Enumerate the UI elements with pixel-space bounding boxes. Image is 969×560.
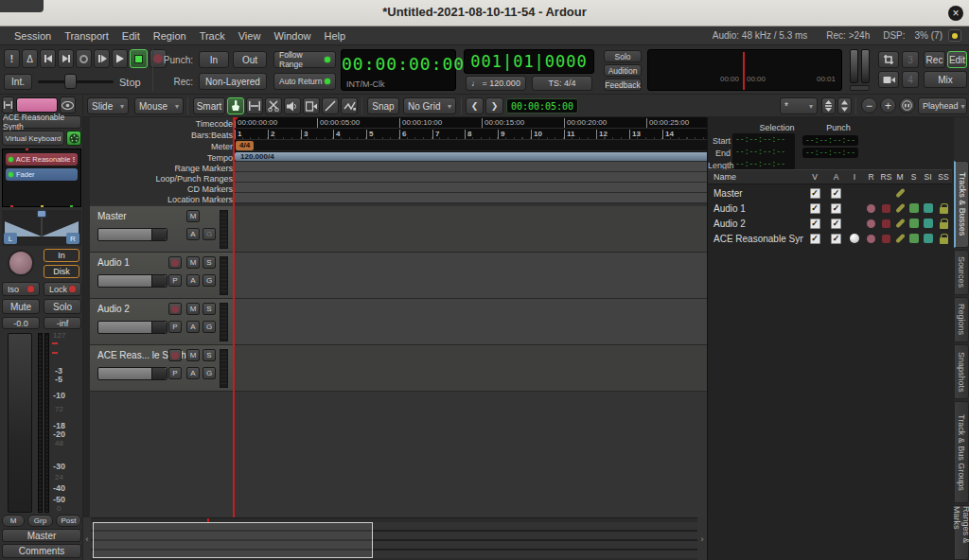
solo-icon[interactable]	[909, 219, 919, 228]
shuttle-slider[interactable]	[38, 80, 114, 83]
track-lane-audio2[interactable]	[234, 299, 707, 345]
zoom-in-button[interactable]: +	[880, 97, 896, 114]
mute-icon[interactable]	[895, 219, 906, 229]
active-checkbox[interactable]: ✓	[831, 234, 841, 244]
table-row[interactable]: ACE Reasonable Synth ✓ ✓	[708, 231, 952, 246]
secondary-clock[interactable]: 001|01|0000	[464, 49, 594, 74]
midi-input-icon[interactable]	[850, 234, 859, 243]
solo-button[interactable]: S	[203, 303, 216, 315]
smart-mode-button[interactable]: Smart	[193, 97, 225, 114]
meter-marker[interactable]: 4/4	[236, 141, 254, 150]
rec-safe-icon[interactable]	[882, 235, 890, 243]
automation-button[interactable]: A	[186, 274, 200, 287]
ruler-label-cd-markers[interactable]: CD Markers	[187, 184, 233, 194]
menu-edit[interactable]: Edit	[115, 30, 147, 42]
playlist-button[interactable]: P	[168, 367, 182, 379]
bars-ruler[interactable]: 1 2 3 4 5 6 7 8 9 10 11 12 13 14	[234, 129, 707, 140]
mute-button[interactable]: M	[186, 303, 200, 315]
stop-button[interactable]	[130, 49, 148, 68]
record-arm-button[interactable]	[168, 256, 182, 269]
visible-checkbox[interactable]: ✓	[810, 219, 820, 229]
solo-iso-button[interactable]: Iso	[2, 282, 40, 296]
nudge-right-button[interactable]: ❯	[485, 97, 503, 114]
solo-icon[interactable]	[909, 203, 919, 213]
solo-isolate-icon[interactable]	[924, 219, 933, 228]
pan-handle[interactable]	[37, 210, 46, 218]
menu-view[interactable]: View	[232, 30, 268, 42]
ruler-label-tempo[interactable]: Tempo	[207, 153, 233, 163]
mute-button[interactable]: M	[186, 210, 200, 222]
mini-timeline[interactable]: 00:00 00:00 00:01	[647, 49, 842, 91]
active-checkbox[interactable]: ✓	[831, 203, 841, 214]
visible-checkbox[interactable]: ✓	[810, 203, 820, 214]
trim-knob[interactable]	[8, 250, 34, 276]
comments-button[interactable]: Comments	[2, 544, 81, 558]
track-lane-master[interactable]	[234, 206, 707, 253]
processor-led-icon[interactable]	[9, 157, 13, 162]
slot-4-button[interactable]: 4	[902, 71, 919, 88]
active-checkbox[interactable]: ✓	[831, 188, 841, 199]
content-tool-button[interactable]	[303, 97, 320, 114]
edit-mode-combo[interactable]: Slide▾	[87, 97, 129, 114]
track-header-ace-synth[interactable]: ACE Reas... le Synth M S P A G	[90, 345, 234, 392]
meter-peak-button[interactable]	[850, 85, 870, 91]
audition-tool-button[interactable]	[284, 97, 301, 114]
summary-scroll-right-button[interactable]: ›	[697, 517, 707, 560]
processor-box[interactable]: ACE Reasonable S Fader	[2, 149, 81, 207]
track-color-swatch[interactable]	[16, 97, 58, 113]
solo-button[interactable]: Solo	[44, 299, 81, 314]
ruler-label-meter[interactable]: Meter	[211, 142, 233, 151]
playlist-button[interactable]: P	[168, 321, 182, 333]
track-name[interactable]: Audio 2	[97, 304, 130, 314]
play-range-button[interactable]	[94, 49, 110, 68]
solo-safe-icon[interactable]	[940, 222, 948, 229]
solo-icon[interactable]	[909, 234, 919, 243]
record-arm-icon[interactable]	[867, 219, 875, 228]
visible-checkbox[interactable]: ✓	[810, 188, 820, 199]
summary-scroll-left-button[interactable]: ‹	[83, 517, 91, 560]
playhead-flag-icon[interactable]	[234, 117, 238, 122]
fader-handle[interactable]	[151, 229, 167, 240]
ruler-label-timecode[interactable]: Timecode	[196, 119, 233, 129]
record-arm-button[interactable]	[168, 349, 182, 361]
midi-panic-button[interactable]: !	[4, 49, 20, 68]
menu-window[interactable]: Window	[267, 30, 317, 42]
ruler-label-location-markers[interactable]: Location Markers	[167, 195, 233, 204]
cut-monitor-button[interactable]	[878, 51, 899, 68]
shuttle-handle[interactable]	[64, 74, 77, 89]
tab-tracks-busses[interactable]: Tracks & Busses	[954, 161, 969, 248]
group-button[interactable]: Grp	[27, 515, 53, 527]
group-button[interactable]: G	[203, 321, 216, 333]
rec-mode-button[interactable]: Non-Layered	[199, 73, 267, 90]
automation-button[interactable]: A	[186, 228, 200, 240]
peak-display[interactable]: -inf	[44, 317, 81, 329]
track-gain-fader[interactable]	[97, 321, 167, 334]
rec-safe-icon[interactable]	[882, 219, 890, 228]
nudge-clock[interactable]: 00:00:05:00	[506, 98, 578, 114]
record-mode-button[interactable]: Post	[56, 515, 81, 527]
auto-return-button[interactable]: Auto Return	[273, 73, 336, 90]
processor-led-icon[interactable]	[9, 172, 13, 177]
snap-mode-button[interactable]: Snap	[367, 97, 399, 114]
virtual-keyboard-button[interactable]: Virtual Keyboard	[2, 131, 64, 146]
solo-safe-icon[interactable]	[940, 207, 948, 214]
expand-tracks-button[interactable]	[837, 97, 852, 114]
ruler-label-bars[interactable]: Bars:Beats	[191, 131, 233, 140]
marker-visibility-combo[interactable]: *▾	[780, 97, 818, 114]
ruler-label-range-markers[interactable]: Range Markers	[174, 164, 233, 173]
metering-point-button[interactable]: M	[2, 515, 25, 527]
active-checkbox[interactable]: ✓	[831, 219, 841, 229]
table-row[interactable]: Audio 1 ✓ ✓	[708, 201, 952, 216]
zoom-out-button[interactable]: −	[861, 97, 877, 114]
group-button[interactable]: G	[203, 274, 216, 287]
group-button[interactable]: G	[203, 367, 216, 379]
menu-session[interactable]: Session	[8, 30, 58, 42]
punch-start-clock[interactable]: --:--:--:--	[802, 135, 858, 146]
mute-button[interactable]: Mute	[2, 299, 40, 314]
track-gain-fader[interactable]	[97, 367, 167, 380]
selection-start-clock[interactable]: --:--:--:--	[735, 135, 785, 144]
range-markers-ruler[interactable]	[234, 162, 707, 172]
range-tool-button[interactable]	[246, 97, 263, 114]
solo-lock-button[interactable]: Lock	[44, 282, 81, 296]
mouse-mode-combo[interactable]: Mouse▾	[134, 97, 184, 114]
